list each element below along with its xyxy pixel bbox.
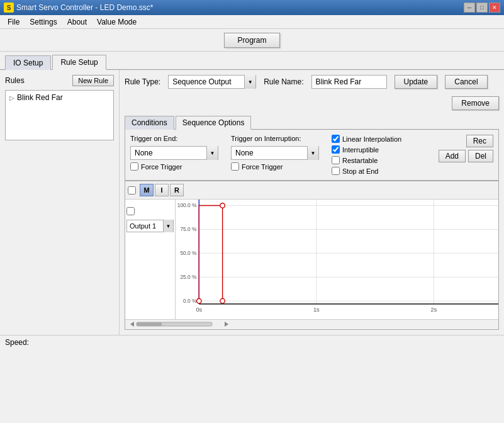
svg-text:75.0 %: 75.0 % (180, 226, 197, 232)
cancel-button[interactable]: Cancel (445, 75, 487, 89)
stop-at-end-label: Stop at End (342, 167, 379, 175)
force-trigger-2-checkbox[interactable] (231, 162, 239, 171)
list-item[interactable]: ▷ Blink Red Far (7, 92, 112, 103)
status-bar: Speed: (0, 335, 504, 350)
restartable-label: Restartable (342, 157, 378, 164)
rules-label: Rules (5, 76, 25, 85)
remove-button[interactable]: Remove (452, 96, 499, 110)
title-bar: S Smart Servo Controller - LED Demo.ssc*… (0, 0, 504, 15)
output-checkbox[interactable] (126, 207, 135, 215)
rule-type-label: Rule Type: (125, 77, 160, 86)
new-rule-button[interactable]: New Rule (72, 75, 114, 86)
seq-action-buttons: Rec Add Del (439, 135, 493, 162)
force-trigger-1-row: Force Trigger (130, 162, 218, 171)
rule-type-value: Sequence Output (169, 77, 244, 86)
rule-item-name: Blink Red Far (17, 93, 63, 102)
r-button[interactable]: R (170, 184, 184, 196)
window-controls: ─ □ ✕ (464, 3, 500, 13)
tab-io-setup[interactable]: IO Setup (5, 55, 51, 70)
speed-label: Speed: (5, 338, 29, 347)
right-panel: Rule Type: Sequence Output ▼ Rule Name: … (120, 70, 504, 335)
scrollbar-svg (128, 320, 496, 329)
trigger-end-col: Trigger on End: None ▼ Force Trigger (130, 135, 218, 171)
tab-rule-setup[interactable]: Rule Setup (52, 55, 106, 70)
close-button[interactable]: ✕ (489, 3, 500, 13)
trigger-end-arrow[interactable]: ▼ (206, 146, 218, 160)
trigger-interruption-label: Trigger on Interruption: (231, 135, 319, 142)
chart-scrollbar[interactable] (125, 319, 498, 329)
rule-type-select[interactable]: Sequence Output ▼ (168, 75, 256, 89)
output-value: Output 1 (127, 222, 163, 230)
menu-bar: File Settings About Value Mode (0, 15, 504, 29)
output-select[interactable]: Output 1 ▼ (126, 220, 174, 232)
seq-options-body: Trigger on End: None ▼ Force Trigger Tri… (130, 135, 493, 175)
svg-point-17 (197, 298, 201, 303)
menu-file[interactable]: File (3, 16, 25, 28)
rule-name-label: Rule Name: (264, 77, 303, 86)
rule-header: Rule Type: Sequence Output ▼ Rule Name: … (125, 75, 499, 110)
chart-svg: 0s 1s 2s 100.0 % 75.0 % 50.0 % 25.0 % 0.… (176, 200, 498, 319)
chart-container: M I R Output 1 ▼ (125, 181, 499, 330)
sequence-options-panel: Trigger on End: None ▼ Force Trigger Tri… (125, 130, 499, 181)
menu-value-mode[interactable]: Value Mode (92, 16, 142, 28)
linear-interpolation-label: Linear Interpolation (342, 135, 401, 143)
output-arrow[interactable]: ▼ (163, 220, 173, 232)
rules-list: ▷ Blink Red Far (5, 90, 114, 140)
svg-text:0.0 %: 0.0 % (183, 298, 197, 304)
tab-sequence-options[interactable]: Sequence Options (176, 116, 252, 130)
trigger-interruption-col: Trigger on Interruption: None ▼ Force Tr… (231, 135, 319, 171)
svg-text:1s: 1s (313, 306, 320, 313)
sidebar-header: Rules New Rule (5, 75, 114, 86)
rec-button[interactable]: Rec (466, 135, 493, 147)
stop-at-end-checkbox[interactable] (332, 167, 340, 175)
svg-text:100.0 %: 100.0 % (177, 202, 197, 208)
menu-about[interactable]: About (62, 16, 92, 28)
chart-main-checkbox[interactable] (128, 186, 136, 195)
minimize-button[interactable]: ─ (464, 3, 475, 13)
sidebar: Rules New Rule ▷ Blink Red Far (0, 70, 120, 335)
chart-body: Output 1 ▼ (125, 200, 498, 319)
restartable-row: Restartable (332, 156, 401, 164)
i-button[interactable]: I (155, 184, 169, 196)
interruptible-label: Interruptible (342, 146, 379, 154)
expand-icon: ▷ (9, 94, 14, 101)
svg-marker-21 (130, 322, 134, 327)
force-trigger-1-label: Force Trigger (141, 163, 182, 171)
chart-area[interactable]: 0s 1s 2s 100.0 % 75.0 % 50.0 % 25.0 % 0.… (176, 200, 498, 319)
trigger-end-select[interactable]: None ▼ (130, 146, 218, 160)
app-icon: S (4, 3, 14, 13)
trigger-interruption-value: None (232, 149, 307, 157)
trigger-interruption-select[interactable]: None ▼ (231, 146, 319, 160)
restartable-checkbox[interactable] (332, 156, 340, 164)
update-button[interactable]: Update (395, 75, 438, 89)
add-button[interactable]: Add (439, 150, 466, 162)
trigger-end-value: None (131, 149, 206, 157)
stop-at-end-row: Stop at End (332, 167, 401, 175)
m-button[interactable]: M (140, 184, 154, 196)
title-bar-left: S Smart Servo Controller - LED Demo.ssc* (4, 3, 153, 13)
right-checkboxes: Linear Interpolation Interruptible Resta… (332, 135, 401, 175)
tab-conditions[interactable]: Conditions (125, 116, 174, 130)
svg-marker-24 (225, 322, 228, 327)
main-tabs: IO Setup Rule Setup (0, 52, 504, 70)
del-button[interactable]: Del (468, 150, 493, 162)
force-trigger-2-row: Force Trigger (231, 162, 319, 171)
chart-left: Output 1 ▼ (125, 200, 176, 319)
menu-settings[interactable]: Settings (25, 16, 62, 28)
svg-point-18 (220, 203, 225, 208)
linear-interpolation-checkbox[interactable] (332, 135, 340, 143)
force-trigger-1-checkbox[interactable] (130, 162, 138, 171)
rule-type-arrow[interactable]: ▼ (244, 75, 255, 89)
program-button[interactable]: Program (224, 33, 279, 48)
maximize-button[interactable]: □ (476, 3, 488, 13)
rule-name-input[interactable] (311, 75, 387, 89)
svg-text:0s: 0s (196, 306, 202, 313)
trigger-interruption-arrow[interactable]: ▼ (307, 146, 318, 160)
content-area: Rules New Rule ▷ Blink Red Far Rule Type… (0, 70, 504, 335)
toolbar: Program (0, 29, 504, 52)
interruptible-row: Interruptible (332, 145, 401, 154)
chart-toolbar: M I R (125, 181, 498, 200)
trigger-end-label: Trigger on End: (130, 135, 218, 142)
svg-rect-23 (137, 322, 162, 326)
interruptible-checkbox[interactable] (332, 145, 340, 154)
